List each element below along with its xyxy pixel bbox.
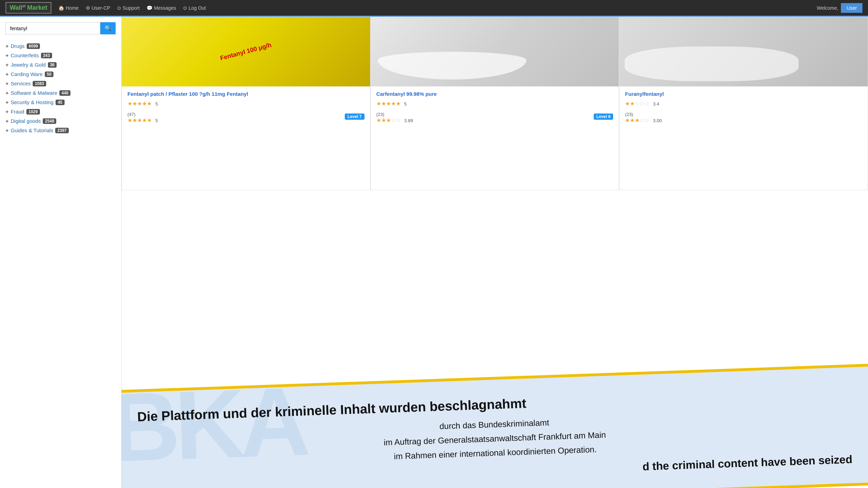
reviews-info-1: (47) ★★★★★ 5 — [127, 110, 158, 124]
bka-main-title: Die Plattform und der kriminelle Inhalt … — [137, 385, 850, 424]
category-item-digital[interactable]: + Digital goods 2548 — [6, 116, 116, 126]
level-badge-2: Level 6 — [594, 113, 614, 120]
stars-row-bottom-3: ★★★☆☆ 3.00 — [625, 117, 662, 124]
stars-full-2: ★★★★★ — [376, 101, 401, 107]
bka-subtitle-de: durch das Bundeskriminalamt im Auftrag d… — [138, 405, 852, 472]
product-info-3: Furanylfentanyl ★★☆☆☆ 3.4 (23) ★★★☆☆ 3.0… — [619, 86, 868, 128]
site-logo: Wallst Market — [6, 2, 51, 14]
site-header: Wallst Market 🏠 Home ⚙ User-CP ⊙ Support… — [0, 0, 868, 17]
bka-watermark: BKA — [122, 372, 306, 476]
product-info-2: Carfentanyl 99.98% pure ★★★★★ 5 (23) ★★★… — [371, 86, 619, 128]
category-item-software[interactable]: + Software & Malware 440 — [6, 88, 116, 98]
logo-sup: st — [22, 4, 25, 8]
category-item-drugs[interactable]: + Drugs 6099 — [6, 41, 116, 51]
products-grid: Fentanyl patch / Pflaster 100 ?g/h 11mg … — [122, 17, 868, 190]
sidebar: 🔍 + Drugs 6099 + Counterfeits 243 — [0, 17, 122, 488]
category-link-drugs[interactable]: + Drugs 6099 — [6, 43, 116, 49]
stars-empty-2: ☆☆ — [391, 117, 401, 123]
category-item-services[interactable]: + Services 1083 — [6, 79, 116, 88]
gear-icon: ⚙ — [86, 5, 90, 11]
search-row: 🔍 — [6, 22, 116, 34]
category-link-services[interactable]: + Services 1083 — [6, 81, 116, 86]
product-card-2[interactable]: Carfentanyl 99.98% pure ★★★★★ 5 (23) ★★★… — [370, 17, 619, 190]
category-link-software[interactable]: + Software & Malware 440 — [6, 90, 116, 96]
product-image-2 — [371, 17, 619, 86]
category-link-fraud[interactable]: + Fraud 1029 — [6, 109, 116, 115]
category-item-security[interactable]: + Security & Hosting 45 — [6, 98, 116, 107]
category-link-jewelry[interactable]: + Jewelry & Gold 36 — [6, 62, 116, 68]
nav-logout-label: Log Out — [189, 5, 206, 11]
reviews-info-2: (23) ★★★☆☆ 3.89 — [376, 110, 413, 124]
product-footer-1: (47) ★★★★★ 5 Level 7 — [127, 110, 365, 124]
category-link-carding[interactable]: + Carding Ware 50 — [6, 71, 116, 77]
category-item-fraud[interactable]: + Fraud 1029 — [6, 107, 116, 116]
category-badge: 36 — [48, 62, 57, 68]
category-label: Drugs — [11, 43, 25, 49]
stars-empty-bottom-3: ☆☆ — [640, 117, 649, 123]
user-account-button[interactable]: User — [841, 3, 862, 13]
category-link-digital[interactable]: + Digital goods 2548 — [6, 118, 116, 124]
bka-notice: BKA Die Plattform und der kriminelle Inh… — [122, 364, 868, 488]
category-link-security[interactable]: + Security & Hosting 45 — [6, 99, 116, 105]
category-label: Counterfeits — [11, 52, 39, 58]
rating-bottom-3: 3.00 — [653, 118, 662, 123]
logo-market: Market — [27, 4, 47, 11]
category-label: Carding Ware — [11, 71, 43, 77]
welcome-label: Welcome, — [817, 5, 838, 11]
search-input[interactable] — [6, 22, 100, 34]
stars-full-1: ★★★★★ — [127, 101, 152, 107]
review-count-1: (47) — [127, 112, 158, 117]
stars-bottom-3: ★★★ — [625, 117, 640, 123]
product-title-3[interactable]: Furanylfentanyl — [625, 91, 862, 98]
review-count-3: (23) — [625, 112, 662, 117]
plus-icon: + — [6, 127, 9, 133]
logout-icon: ⊙ — [183, 5, 187, 11]
search-icon: 🔍 — [105, 25, 111, 31]
product-image-3 — [619, 17, 868, 86]
stars-bottom-1: ★★★★★ — [127, 117, 152, 123]
nav-home[interactable]: 🏠 Home — [58, 5, 78, 11]
plus-icon: + — [6, 90, 9, 96]
category-link-guides[interactable]: + Guides & Tutorials 2397 — [6, 127, 116, 133]
category-list: + Drugs 6099 + Counterfeits 243 + Jewelr… — [6, 41, 116, 135]
product-title-1[interactable]: Fentanyl patch / Pflaster 100 ?g/h 11mg … — [127, 91, 365, 98]
category-badge: 243 — [41, 53, 52, 58]
category-badge: 45 — [56, 100, 64, 105]
category-item-jewelry[interactable]: + Jewelry & Gold 36 — [6, 60, 116, 69]
product-footer-2: (23) ★★★☆☆ 3.89 Level 6 — [376, 110, 614, 124]
category-label: Digital goods — [11, 118, 41, 124]
nav-support[interactable]: ⊙ Support — [117, 5, 140, 11]
category-item-counterfeits[interactable]: + Counterfeits 243 — [6, 51, 116, 60]
nav-messages[interactable]: 💬 Messages — [147, 5, 176, 11]
category-label: Software & Malware — [11, 90, 57, 96]
plus-icon: + — [6, 81, 9, 86]
category-badge: 1029 — [26, 109, 40, 115]
plus-icon: + — [6, 43, 9, 49]
product-rating-row-2: ★★★★★ 5 — [376, 100, 614, 107]
rating-bottom-1: 5 — [155, 118, 158, 123]
plus-icon: + — [6, 109, 9, 115]
category-badge: 2548 — [43, 118, 56, 124]
category-badge: 6099 — [27, 43, 40, 49]
main-container: 🔍 + Drugs 6099 + Counterfeits 243 — [0, 17, 868, 488]
product-card-3[interactable]: Furanylfentanyl ★★☆☆☆ 3.4 (23) ★★★☆☆ 3.0… — [619, 17, 868, 190]
category-badge: 440 — [59, 90, 70, 96]
bka-english-title: d the criminal content have been seized — [139, 453, 852, 488]
nav-user-cp[interactable]: ⚙ User-CP — [86, 5, 110, 11]
product-rating-row-1: ★★★★★ 5 — [127, 100, 365, 107]
stars-row-bottom-1: ★★★★★ 5 — [127, 117, 158, 124]
category-badge: 2397 — [55, 128, 69, 133]
product-card-1[interactable]: Fentanyl patch / Pflaster 100 ?g/h 11mg … — [122, 17, 370, 190]
nav-usercp-label: User-CP — [92, 5, 110, 11]
category-item-guides[interactable]: + Guides & Tutorials 2397 — [6, 126, 116, 135]
search-button[interactable]: 🔍 — [100, 22, 116, 34]
level-badge-1: Level 7 — [345, 113, 365, 120]
rating-score-1: 5 — [155, 101, 158, 107]
category-item-carding[interactable]: + Carding Ware 50 — [6, 69, 116, 79]
product-title-2[interactable]: Carfentanyl 99.98% pure — [376, 91, 614, 98]
nav-logout[interactable]: ⊙ Log Out — [183, 5, 206, 11]
rating-score-2: 5 — [404, 101, 407, 107]
product-info-1: Fentanyl patch / Pflaster 100 ?g/h 11mg … — [122, 86, 370, 128]
reviews-info-3: (23) ★★★☆☆ 3.00 — [625, 110, 662, 124]
category-link-counterfeits[interactable]: + Counterfeits 243 — [6, 52, 116, 58]
